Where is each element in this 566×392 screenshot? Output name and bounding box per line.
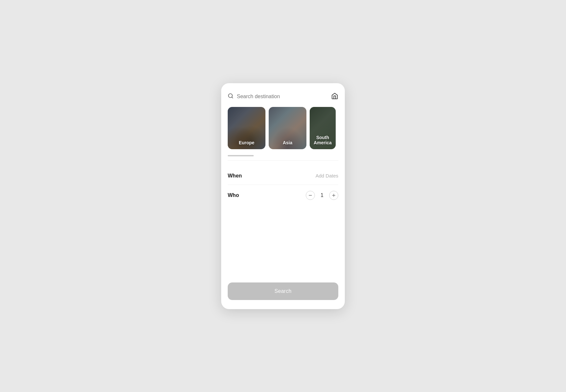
destinations-row: Europe Asia SouthAmerica xyxy=(228,107,338,149)
who-count: 1 xyxy=(319,192,325,198)
content-spacer xyxy=(221,212,345,277)
home-icon[interactable] xyxy=(331,92,338,101)
who-label: Who xyxy=(228,192,239,198)
search-icon xyxy=(228,93,234,100)
when-label: When xyxy=(228,173,242,179)
south-america-label: SouthAmerica xyxy=(310,135,336,145)
who-controls: 1 xyxy=(306,191,338,200)
search-button-section: Search xyxy=(221,277,345,309)
phone-card: Europe Asia SouthAmerica xyxy=(221,83,345,309)
destination-card-asia[interactable]: Asia xyxy=(269,107,306,149)
europe-label: Europe xyxy=(228,140,265,145)
search-bar-inner xyxy=(228,93,328,100)
add-dates-button[interactable]: Add Dates xyxy=(316,173,338,178)
search-input[interactable] xyxy=(237,94,328,99)
who-row: Who 1 xyxy=(228,185,338,206)
search-bar-section xyxy=(221,83,345,107)
form-section: When Add Dates Who 1 xyxy=(221,161,345,212)
destination-card-europe[interactable]: Europe xyxy=(228,107,265,149)
search-button[interactable]: Search xyxy=(228,282,338,300)
increment-button[interactable] xyxy=(329,191,338,200)
asia-label: Asia xyxy=(269,140,306,145)
svg-line-1 xyxy=(232,97,233,98)
destinations-section: Europe Asia SouthAmerica xyxy=(221,107,345,155)
decrement-button[interactable] xyxy=(306,191,315,200)
destination-card-south-america[interactable]: SouthAmerica xyxy=(310,107,336,149)
when-row: When Add Dates xyxy=(228,167,338,185)
